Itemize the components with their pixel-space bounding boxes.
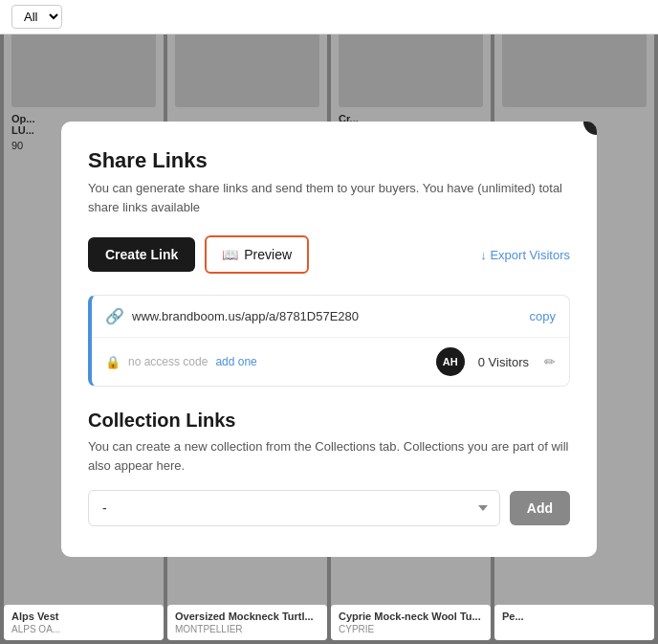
top-bar: All <box>0 0 658 34</box>
collection-links-title: Collection Links <box>88 410 570 432</box>
link-card-top: 🔗 www.brandboom.us/app/a/8781D57E280 cop… <box>92 296 569 338</box>
preview-label: Preview <box>244 247 292 262</box>
user-avatar: AH <box>436 347 465 376</box>
bottom-card-sub-2: MONTPELLIER <box>175 624 319 634</box>
action-buttons-row: Create Link 📖 Preview ↓ Export Visitors <box>88 235 570 274</box>
add-access-code-button[interactable]: add one <box>215 355 256 368</box>
create-link-button[interactable]: Create Link <box>88 237 195 272</box>
bottom-card-1: Alps Vest ALPS OA... <box>4 605 164 640</box>
bottom-products-strip: Alps Vest ALPS OA... Oversized Mockneck … <box>0 605 658 644</box>
bottom-card-title-3: Cyprie Mock-neck Wool Tu... <box>339 611 483 622</box>
collection-select[interactable]: - <box>88 490 500 526</box>
bottom-card-3: Cyprie Mock-neck Wool Tu... CYPRIE <box>331 605 491 640</box>
modal-overlay: × Share Links You can generate share lin… <box>0 34 658 644</box>
add-collection-button[interactable]: Add <box>510 491 570 525</box>
lock-icon: 🔒 <box>105 355 121 369</box>
bottom-card-sub-3: CYPRIE <box>339 624 483 634</box>
link-card: 🔗 www.brandboom.us/app/a/8781D57E280 cop… <box>88 295 570 387</box>
bottom-card-title-1: Alps Vest <box>11 611 156 622</box>
bottom-card-title-4: Pe... <box>502 611 647 622</box>
preview-icon: 📖 <box>222 247 238 262</box>
bottom-card-title-2: Oversized Mockneck Turtl... <box>175 611 319 622</box>
bottom-card-2: Oversized Mockneck Turtl... MONTPELLIER <box>167 605 327 640</box>
edit-link-button[interactable]: ✏ <box>544 354 556 369</box>
filter-select[interactable]: All <box>11 5 62 29</box>
bottom-card-4: Pe... <box>494 605 654 640</box>
no-access-code-label: no access code <box>128 355 208 368</box>
link-url-text: www.brandboom.us/app/a/8781D57E280 <box>132 309 530 323</box>
link-card-bottom: 🔒 no access code add one AH 0 Visitors ✏ <box>92 338 569 386</box>
modal-close-button[interactable]: × <box>583 122 597 135</box>
modal-description: You can generate share links and send th… <box>88 179 570 216</box>
modal-title: Share Links <box>88 148 570 173</box>
collection-row: - Add <box>88 490 570 526</box>
visitors-count-label: 0 Visitors <box>478 355 529 369</box>
link-chain-icon: 🔗 <box>105 307 124 325</box>
share-links-modal: × Share Links You can generate share lin… <box>61 122 597 557</box>
collection-links-description: You can create a new collection from the… <box>88 437 570 475</box>
copy-link-button[interactable]: copy <box>530 309 556 323</box>
pencil-icon: ✏ <box>544 354 556 369</box>
preview-button[interactable]: 📖 Preview <box>205 235 309 274</box>
bottom-card-sub-1: ALPS OA... <box>11 624 156 634</box>
export-visitors-button[interactable]: ↓ Export Visitors <box>480 248 570 262</box>
